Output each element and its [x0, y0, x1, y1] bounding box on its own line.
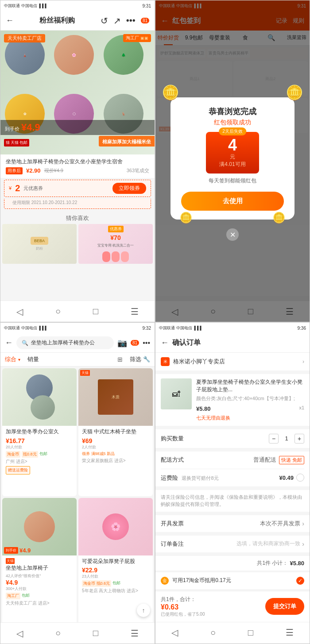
product-info: 坐垫地上加厚椅子椅垫办公室久坐小座垫学生宿舍 用券后 ¥2.90 现价¥4.9 … — [0, 154, 155, 178]
nav-home-icon-3[interactable]: ○ — [55, 628, 61, 638]
filter-comprehensive[interactable]: 综合 ▾ — [5, 355, 20, 363]
store-1: 广州 进店> — [6, 459, 73, 465]
product-img-4: 🌸 — [78, 498, 153, 555]
filter-options[interactable]: 筛选 🔧 — [130, 355, 150, 363]
nav-back-icon-3[interactable]: ◁ — [16, 628, 23, 639]
nav-menu-icon-3[interactable]: ☰ — [131, 628, 139, 639]
product-img-3: 到手价 ¥4.9 — [2, 498, 77, 555]
order-store: 米 格米诺小脚丫专卖店 › — [155, 353, 310, 370]
qty-plus-button[interactable]: + — [294, 434, 304, 443]
invoice-arrow-icon[interactable]: › — [302, 520, 304, 527]
tag-discount-1: 抵0.8元 — [22, 451, 38, 458]
order-row-delivery: 配送方式 普通配送 快递 免邮 — [161, 451, 304, 469]
nav-menu-icon[interactable]: ☰ — [131, 306, 139, 317]
rec-img-2: 优惠券 ¥70 宝宝专用 机洗洗二合一 — [78, 224, 153, 264]
order-product-info: 夏季加厚坐垫椅子椅垫办公室久坐学生女小凳子屁股地上垫... 颜色分类:灰白色;尺… — [196, 378, 304, 421]
tag-4: 淘金币 抵0.6元 — [82, 580, 111, 587]
coin-left-icon: 🪙 — [162, 84, 179, 101]
submit-order-button[interactable]: 提交订单 — [265, 598, 304, 615]
sales-count: 363笔成交 — [127, 167, 149, 174]
product-card-3[interactable]: 到手价 ¥4.9 天猫 坐垫地上加厚椅子 42人评价"很有价值" ¥4.9 30… — [2, 498, 77, 629]
cart-badge[interactable]: 81 — [141, 18, 149, 23]
invoice-value: 本次不开具发票 — [260, 520, 300, 528]
redpacket-popup: 🪙 🪙 🪙 🪙 恭喜浏览完成 红包领取成功 2天后失效 4 元 满4.01可用 … — [170, 97, 294, 220]
store-tag: 天天特卖工厂店 — [4, 34, 45, 42]
order-section-note: 订单备注 选填，请先和商家协商一致 › — [155, 536, 310, 552]
filter-sales[interactable]: 销量 — [27, 355, 39, 363]
back-button-1[interactable]: ← — [6, 16, 14, 25]
status-right-1: 9:31 — [143, 4, 151, 8]
price-2: ¥69 — [82, 437, 92, 444]
close-popup-button[interactable]: ✕ — [226, 228, 239, 241]
insurance-label: 运费险 — [161, 474, 178, 481]
order-section-delivery: 配送方式 普通配送 快递 免邮 运费险 退换货可赔付8元 ¥0.49 — [155, 451, 310, 486]
more-icon[interactable]: ••• — [126, 15, 136, 26]
condition-text: 满4.01可用 — [211, 161, 254, 168]
rec-coupon-amount: ¥70 — [110, 234, 120, 241]
insurance-toggle[interactable] — [296, 474, 304, 482]
taojin-check-icon[interactable]: ✓ — [296, 577, 304, 585]
topbar-3: ← 🔍 坐垫地上加厚椅子椅垫办公 📷 81 ••• — [0, 333, 155, 353]
qty-label: 购买数量 — [161, 435, 184, 443]
product-card-1[interactable]: 加厚坐垫冬季办公室久 ¥16.77 20人付款 淘金币 抵0.8元 包邮 广州 … — [2, 368, 77, 496]
recommend-item-1[interactable]: BEBA 奶粉 — [2, 224, 77, 264]
cart-badge-3[interactable]: 81 — [131, 340, 139, 346]
nav-home-icon-4[interactable]: ○ — [210, 628, 216, 638]
qty-minus-button[interactable]: − — [269, 434, 279, 443]
recommend-title: 猜你喜欢 — [0, 211, 155, 224]
bottom-nav-3: ◁ ○ □ ☰ — [0, 622, 155, 644]
factory-badge: 淘工厂 ▣▣ — [123, 34, 151, 42]
use-button[interactable]: 去使用 — [181, 192, 284, 211]
coin-bottom-left-icon: 🪙 — [179, 212, 193, 224]
taojin-icon: 金 — [161, 577, 169, 585]
coin-right-icon: 🪙 — [286, 84, 303, 101]
nav-recent-icon-3[interactable]: □ — [93, 628, 98, 638]
back-button-4[interactable]: ← — [161, 338, 169, 347]
nav-home-icon[interactable]: ○ — [55, 306, 61, 316]
nav-recent-icon-4[interactable]: □ — [248, 628, 253, 638]
banner-product-name: 棉麻加厚加大榻榻米坐 — [102, 139, 151, 144]
refresh-icon[interactable]: ↺ — [101, 15, 108, 26]
delivery-label: 配送方式 — [161, 456, 184, 464]
page-title-4: 确认订单 — [172, 338, 201, 347]
note-value: 选填，请先和商家协商一致 — [236, 540, 300, 548]
product-grid-3: 加厚坐垫冬季办公室久 ¥16.77 20人付款 淘金币 抵0.8元 包邮 广州 … — [0, 366, 155, 630]
time-1: 9:31 — [143, 4, 151, 8]
back-button-3[interactable]: ← — [5, 338, 13, 347]
factory-tag-3: 淘工厂 — [6, 593, 20, 599]
factory-text: 淘工厂 — [126, 35, 139, 40]
price-area-1: ¥16.77 — [6, 437, 73, 444]
bottom-nav-4: ◁ ○ □ ☰ — [155, 622, 310, 643]
nav-menu-icon-4[interactable]: ☰ — [286, 627, 294, 638]
note-arrow-icon[interactable]: › — [302, 540, 304, 548]
search-box-3[interactable]: 🔍 坐垫地上加厚椅子椅垫办公 — [16, 336, 114, 349]
time-3: 9:32 — [143, 326, 151, 331]
total-amount: ¥0.63 — [161, 603, 178, 611]
discount-price: ¥2.90 — [26, 167, 41, 174]
rec-badge-2: 优惠券 — [108, 226, 124, 232]
nav-back-icon-4[interactable]: ◁ — [171, 627, 178, 638]
share-icon[interactable]: ↗ — [113, 15, 121, 26]
tag-taojin-1: 淘金币 — [6, 451, 20, 458]
get-coupon-button[interactable]: 立即领券 — [112, 183, 146, 194]
price-1: ¥16.77 — [6, 437, 25, 444]
search-text-3: 坐垫地上加厚椅子椅垫办公 — [31, 339, 95, 347]
screen-redpacket: 中国联通 中国电信 ▐▐▐ 9:31 ← 红包签到 记录 规则 特价好货 9.9… — [155, 0, 310, 322]
camera-icon-3[interactable]: 📷 — [117, 338, 127, 348]
popup-subtitle: 红包领取成功 — [181, 119, 284, 127]
order-product-spec: 颜色分类:灰白色;尺寸:40×40cm【亏本冲量】; — [196, 395, 304, 402]
insurance-sub: 退换货可赔付8元 — [182, 475, 218, 481]
nav-recent-icon[interactable]: □ — [93, 306, 98, 316]
more-icon-3[interactable]: ••• — [143, 339, 150, 347]
daily-sign-text: 每天签到都能领红包 — [181, 177, 284, 185]
qty-stepper[interactable]: − 1 + — [269, 434, 304, 443]
scroll-top-button[interactable]: ↑ — [137, 604, 150, 617]
filter-view-icons: ⊞ — [117, 356, 123, 363]
order-bottom-bar: 共1件，合计： ¥0.63 已使用红包，省了5.00 提交订单 — [155, 591, 310, 622]
recommend-item-2[interactable]: 优惠券 ¥70 宝宝专用 机洗洗二合一 — [78, 224, 153, 264]
product-card-2[interactable]: 木质 天猫 天猫 中式红木椅子坐垫 ¥69 2人付款 领券 满98减5 新品 荣… — [78, 368, 153, 496]
store-arrow-icon[interactable]: › — [302, 359, 304, 365]
grid-view-icon[interactable]: ⊞ — [117, 356, 123, 363]
total-info: 共1件，合计： ¥0.63 已使用红包，省了5.00 — [161, 596, 205, 617]
nav-back-icon[interactable]: ◁ — [16, 306, 23, 317]
